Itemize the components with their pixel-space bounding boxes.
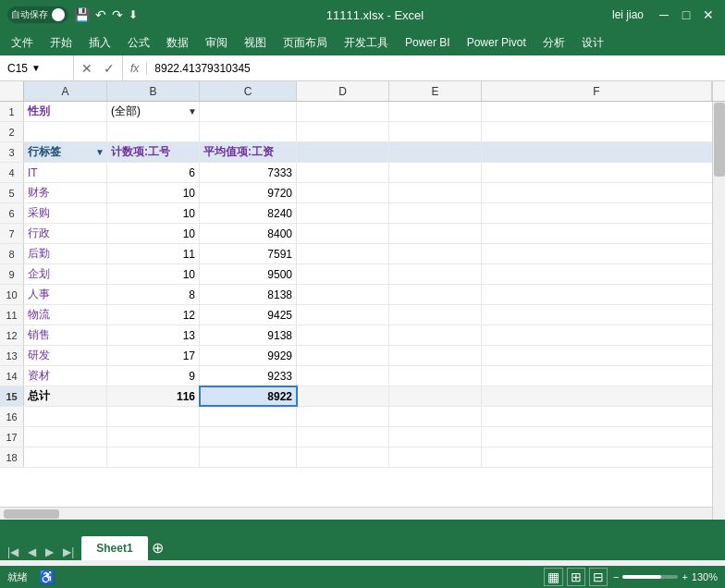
cell-c3[interactable]: 平均值项:工资: [200, 142, 297, 162]
cell-c17[interactable]: [200, 427, 297, 447]
zoom-slider[interactable]: [622, 575, 678, 579]
cell-b11[interactable]: 12: [107, 305, 200, 325]
cell-b13[interactable]: 17: [107, 346, 200, 365]
cell-f14[interactable]: [482, 366, 725, 386]
cell-e10[interactable]: [389, 285, 482, 304]
cell-b18[interactable]: [107, 447, 200, 467]
menu-review[interactable]: 审阅: [198, 31, 235, 55]
cell-d18[interactable]: [297, 447, 389, 467]
cell-e18[interactable]: [389, 447, 482, 467]
cell-d16[interactable]: [297, 407, 389, 426]
cell-b8[interactable]: 11: [107, 244, 200, 263]
vertical-scrollbar[interactable]: [712, 102, 725, 520]
cell-d2[interactable]: [297, 122, 389, 141]
menu-dev-tools[interactable]: 开发工具: [337, 31, 396, 55]
cell-a6[interactable]: 采购: [24, 203, 107, 223]
cell-b2[interactable]: [107, 122, 200, 141]
minimize-button[interactable]: ─: [655, 6, 673, 24]
cancel-formula-icon[interactable]: ✕: [78, 59, 96, 78]
accessibility-icon[interactable]: ♿: [39, 570, 55, 584]
page-break-icon[interactable]: ⊟: [589, 568, 608, 586]
cell-c13[interactable]: 9929: [200, 346, 297, 365]
cell-f13[interactable]: [482, 346, 725, 365]
cell-c5[interactable]: 9720: [200, 183, 297, 202]
cell-e12[interactable]: [389, 325, 482, 345]
cell-a12[interactable]: 销售: [24, 325, 107, 345]
cell-d15[interactable]: [297, 386, 389, 406]
cell-e16[interactable]: [389, 407, 482, 426]
cell-a17[interactable]: [24, 427, 107, 447]
menu-power-pivot[interactable]: Power Pivot: [460, 32, 534, 53]
cell-a1[interactable]: 性别: [24, 102, 107, 121]
cell-f3[interactable]: [482, 142, 725, 162]
menu-design[interactable]: 设计: [574, 31, 611, 55]
cell-d8[interactable]: [297, 244, 389, 263]
col-header-e[interactable]: E: [389, 81, 482, 101]
cell-c7[interactable]: 8400: [200, 224, 297, 243]
menu-file[interactable]: 文件: [4, 31, 41, 55]
cell-a15[interactable]: 总计: [24, 386, 107, 406]
cell-c8[interactable]: 7591: [200, 244, 297, 263]
cell-a10[interactable]: 人事: [24, 285, 107, 304]
cell-d5[interactable]: [297, 183, 389, 202]
cell-d11[interactable]: [297, 305, 389, 325]
row-label-filter-icon[interactable]: ▼: [95, 147, 104, 157]
cell-a7[interactable]: 行政: [24, 224, 107, 243]
menu-data[interactable]: 数据: [159, 31, 196, 55]
cell-b1[interactable]: (全部) ▼: [107, 102, 200, 121]
cell-b15[interactable]: 116: [107, 386, 200, 406]
cell-b4[interactable]: 6: [107, 163, 200, 182]
cell-e8[interactable]: [389, 244, 482, 263]
cell-f9[interactable]: [482, 264, 725, 284]
page-layout-icon[interactable]: ⊞: [567, 568, 585, 586]
add-sheet-button[interactable]: ⊕: [152, 539, 164, 557]
cell-d14[interactable]: [297, 366, 389, 386]
cell-e13[interactable]: [389, 346, 482, 365]
scrollbar-thumb[interactable]: [714, 103, 725, 177]
cell-reference-box[interactable]: C15 ▼: [0, 55, 74, 80]
col-header-a[interactable]: A: [24, 81, 107, 101]
formula-input[interactable]: [147, 62, 725, 75]
menu-view[interactable]: 视图: [237, 31, 274, 55]
cell-c10[interactable]: 8138: [200, 285, 297, 304]
cell-b9[interactable]: 10: [107, 264, 200, 284]
menu-power-bi[interactable]: Power BI: [398, 32, 458, 53]
cell-a5[interactable]: 财务: [24, 183, 107, 202]
cell-e14[interactable]: [389, 366, 482, 386]
cell-ref-dropdown-icon[interactable]: ▼: [31, 63, 41, 73]
quick-tools-icon[interactable]: ⬇: [129, 8, 138, 21]
cell-f15[interactable]: [482, 386, 725, 406]
menu-formula[interactable]: 公式: [120, 31, 157, 55]
normal-view-icon[interactable]: ▦: [544, 568, 563, 586]
cell-f17[interactable]: [482, 427, 725, 447]
filter-dropdown-icon[interactable]: ▼: [188, 106, 197, 116]
cell-f4[interactable]: [482, 163, 725, 182]
h-scrollbar-thumb[interactable]: [4, 509, 59, 519]
cell-f11[interactable]: [482, 305, 725, 325]
menu-insert[interactable]: 插入: [81, 31, 118, 55]
horizontal-scrollbar[interactable]: [0, 507, 712, 520]
restore-button[interactable]: □: [677, 6, 695, 24]
cell-e15[interactable]: [389, 386, 482, 406]
cell-b14[interactable]: 9: [107, 366, 200, 386]
cell-c15[interactable]: 8922: [200, 386, 297, 406]
cell-b6[interactable]: 10: [107, 203, 200, 223]
cell-d10[interactable]: [297, 285, 389, 304]
cell-c6[interactable]: 8240: [200, 203, 297, 223]
save-icon[interactable]: 💾: [74, 7, 90, 22]
zoom-out-icon[interactable]: −: [613, 571, 619, 582]
cell-e7[interactable]: [389, 224, 482, 243]
cell-e1[interactable]: [389, 102, 482, 121]
cell-a4[interactable]: IT: [24, 163, 107, 182]
cell-e6[interactable]: [389, 203, 482, 223]
cell-f1[interactable]: [482, 102, 725, 121]
cell-d12[interactable]: [297, 325, 389, 345]
cell-a18[interactable]: [24, 447, 107, 467]
cell-b12[interactable]: 13: [107, 325, 200, 345]
cell-b17[interactable]: [107, 427, 200, 447]
cell-c4[interactable]: 7333: [200, 163, 297, 182]
first-sheet-btn[interactable]: |◀: [4, 544, 22, 560]
cell-e3[interactable]: [389, 142, 482, 162]
cell-c11[interactable]: 9425: [200, 305, 297, 325]
sheet-tab-sheet1[interactable]: Sheet1: [81, 536, 147, 560]
